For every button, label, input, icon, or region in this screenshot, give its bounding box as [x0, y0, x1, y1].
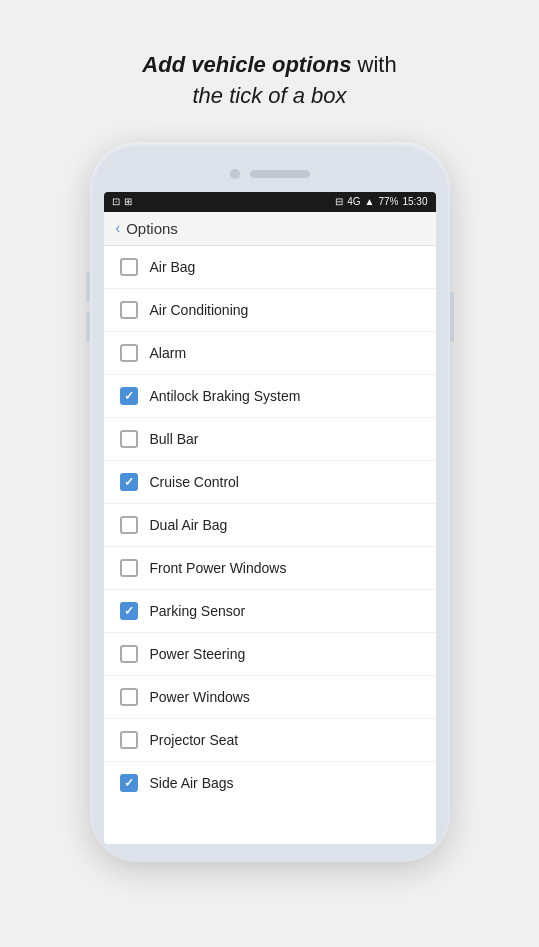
- checkbox[interactable]: [120, 430, 138, 448]
- list-item[interactable]: Front Power Windows: [104, 547, 436, 590]
- option-label: Bull Bar: [150, 431, 199, 447]
- list-item[interactable]: Antilock Braking System: [104, 375, 436, 418]
- option-label: Cruise Control: [150, 474, 239, 490]
- data-icon: 4G: [347, 196, 360, 207]
- status-left-icons: ⊡ ⊞: [112, 196, 132, 207]
- list-item[interactable]: Projector Seat: [104, 719, 436, 762]
- list-item[interactable]: Parking Sensor: [104, 590, 436, 633]
- list-item[interactable]: Dual Air Bag: [104, 504, 436, 547]
- nav-title: Options: [126, 220, 178, 237]
- options-list: Air BagAir ConditioningAlarmAntilock Bra…: [104, 246, 436, 844]
- speaker-bar: [250, 170, 310, 178]
- checkbox[interactable]: [120, 387, 138, 405]
- wifi-icon: ⊞: [124, 196, 132, 207]
- option-label: Alarm: [150, 345, 187, 361]
- option-label: Parking Sensor: [150, 603, 246, 619]
- option-label: Antilock Braking System: [150, 388, 301, 404]
- list-item[interactable]: Power Windows: [104, 676, 436, 719]
- checkbox[interactable]: [120, 516, 138, 534]
- nav-bar: ‹ Options: [104, 212, 436, 246]
- checkbox[interactable]: [120, 602, 138, 620]
- option-label: Side Air Bags: [150, 775, 234, 791]
- header-line2: the tick of a box: [192, 83, 346, 108]
- battery-text: 77%: [378, 196, 398, 207]
- option-label: Projector Seat: [150, 732, 239, 748]
- option-label: Air Bag: [150, 259, 196, 275]
- checkbox[interactable]: [120, 731, 138, 749]
- option-label: Air Conditioning: [150, 302, 249, 318]
- notification-icon: ⊡: [112, 196, 120, 207]
- clock: 15:30: [402, 196, 427, 207]
- mute-icon: ⊟: [335, 196, 343, 207]
- option-label: Power Windows: [150, 689, 250, 705]
- option-label: Power Steering: [150, 646, 246, 662]
- header-section: Add vehicle options with the tick of a b…: [142, 50, 396, 112]
- back-icon[interactable]: ‹: [116, 220, 121, 236]
- phone-top-area: [104, 160, 436, 188]
- checkbox[interactable]: [120, 688, 138, 706]
- checkbox[interactable]: [120, 301, 138, 319]
- side-button-vol-up: [86, 272, 90, 302]
- list-item[interactable]: Power Steering: [104, 633, 436, 676]
- camera-icon: [230, 169, 240, 179]
- checkbox[interactable]: [120, 344, 138, 362]
- option-label: Front Power Windows: [150, 560, 287, 576]
- list-item[interactable]: Air Conditioning: [104, 289, 436, 332]
- status-bar: ⊡ ⊞ ⊟ 4G ▲ 77% 15:30: [104, 192, 436, 212]
- status-right-icons: ⊟ 4G ▲ 77% 15:30: [335, 196, 427, 207]
- side-button-power: [450, 292, 454, 342]
- phone-shell: ⊡ ⊞ ⊟ 4G ▲ 77% 15:30 ‹ Options Air BagAi…: [90, 142, 450, 862]
- signal-icon: ▲: [365, 196, 375, 207]
- checkbox[interactable]: [120, 645, 138, 663]
- list-item[interactable]: Cruise Control: [104, 461, 436, 504]
- header-bold: Add vehicle options: [142, 52, 351, 77]
- checkbox[interactable]: [120, 473, 138, 491]
- option-label: Dual Air Bag: [150, 517, 228, 533]
- checkbox[interactable]: [120, 258, 138, 276]
- list-item[interactable]: Alarm: [104, 332, 436, 375]
- list-item[interactable]: Air Bag: [104, 246, 436, 289]
- list-item[interactable]: Bull Bar: [104, 418, 436, 461]
- checkbox[interactable]: [120, 559, 138, 577]
- list-item[interactable]: Side Air Bags: [104, 762, 436, 804]
- header-normal: with: [351, 52, 396, 77]
- phone-screen: ⊡ ⊞ ⊟ 4G ▲ 77% 15:30 ‹ Options Air BagAi…: [104, 192, 436, 844]
- checkbox[interactable]: [120, 774, 138, 792]
- side-button-vol-down: [86, 312, 90, 342]
